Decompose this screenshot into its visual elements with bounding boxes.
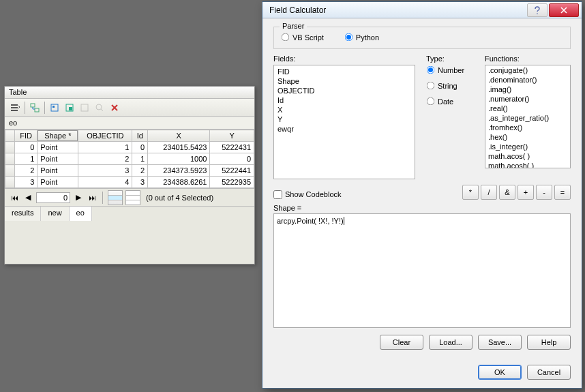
cancel-button[interactable]: Cancel [527,365,571,380]
cell[interactable]: Point [38,153,78,165]
function-item[interactable]: .fromhex() [485,123,570,132]
dialog-close-button[interactable] [549,3,579,17]
function-item[interactable]: .imag() [485,85,570,94]
fields-listbox[interactable]: FIDShapeOBJECTIDIdXYewqr [273,65,415,179]
function-item[interactable]: .denominator() [485,75,570,85]
type-date-radio[interactable]: Date [426,97,474,106]
cell[interactable]: 2 [78,153,132,165]
help-button[interactable]: Help [527,335,571,350]
cell[interactable]: 5222431 [210,142,254,153]
prev-record-button[interactable]: ◀ [22,192,33,203]
function-item[interactable]: .numerator() [485,94,570,104]
cell[interactable]: 4 [78,177,132,188]
table-menu-button[interactable] [8,101,22,115]
delete-selection-button[interactable] [108,101,121,115]
function-item[interactable]: .hex() [485,132,570,142]
zoom-selection-button[interactable] [93,101,106,115]
functions-listbox[interactable]: .conjugate().denominator().imag().numera… [485,65,571,168]
result-tab[interactable]: new [41,207,69,221]
cell[interactable]: 2 [132,165,148,177]
field-item[interactable]: Y [275,115,413,124]
show-codeblock-checkbox[interactable] [273,190,282,199]
field-item[interactable]: OBJECTID [275,86,413,95]
column-header[interactable]: Shape * [38,130,78,142]
clear-button[interactable]: Clear [380,335,423,350]
type-string-radio[interactable]: String [426,81,474,90]
cell[interactable]: 0 [15,142,38,153]
function-item[interactable]: .is_integer() [485,142,570,151]
clear-selection-button[interactable] [78,101,91,115]
table-titlebar[interactable]: Table [5,87,254,99]
cell[interactable]: 234388.6261 [148,177,210,188]
table-row[interactable]: 2Point32234373.59235222441 [5,165,254,177]
parser-vb-radio[interactable]: VB Script [281,33,324,42]
dialog-help-button[interactable] [527,3,548,17]
first-record-button[interactable]: ⏮ [9,192,20,203]
function-item[interactable]: .as_integer_ratio() [485,113,570,123]
cell[interactable]: 0 [210,153,254,165]
column-header[interactable]: FID [15,130,38,142]
field-item[interactable]: Shape [275,76,413,86]
cell[interactable]: 3 [15,177,38,188]
parser-python-radio[interactable]: Python [344,33,379,42]
operator-button[interactable]: = [554,185,571,200]
cell[interactable]: Point [38,165,78,177]
cell[interactable]: 1 [132,153,148,165]
last-record-button[interactable]: ⏭ [87,192,97,203]
dialog-titlebar[interactable]: Field Calculator [262,2,582,18]
function-item[interactable]: .conjugate() [485,65,570,75]
cell[interactable]: 2 [15,165,38,177]
field-item[interactable]: FID [275,67,413,76]
cell[interactable]: 5222935 [210,177,254,188]
show-all-button[interactable] [108,190,123,205]
table-row[interactable]: 3Point43234388.62615222935 [5,177,254,188]
function-item[interactable]: .real() [485,104,570,113]
column-header[interactable]: X [148,130,210,142]
cell[interactable]: Point [38,142,78,153]
cell[interactable]: Point [38,177,78,188]
cell[interactable]: 234373.5923 [148,165,210,177]
show-selected-button[interactable] [125,190,140,205]
cell[interactable]: 1 [78,142,132,153]
load-button[interactable]: Load... [429,335,472,350]
cell[interactable]: 1 [15,153,38,165]
function-item[interactable]: math.acosh( ) [485,161,570,168]
svg-point-10 [96,104,102,110]
related-tables-button[interactable] [28,101,42,115]
cell[interactable]: 1000 [148,153,210,165]
select-by-attributes-button[interactable] [48,101,61,115]
operator-button[interactable]: * [462,185,479,200]
result-tab[interactable]: eo [70,207,92,221]
cell[interactable]: 3 [78,165,132,177]
switch-selection-button[interactable] [63,101,76,115]
layer-name: eo [5,117,254,130]
operator-button[interactable]: - [536,185,552,200]
operator-button[interactable]: & [499,185,515,200]
svg-rect-4 [35,108,39,112]
ok-button[interactable]: OK [478,365,522,380]
expression-textarea[interactable]: arcpy.Point( !X!, !Y!) [273,213,571,328]
record-position-input[interactable]: 0 [36,192,70,203]
cell[interactable]: 234015.5423 [148,142,210,153]
operator-button[interactable]: + [518,185,534,200]
next-record-button[interactable]: ▶ [73,192,84,203]
svg-rect-8 [69,107,72,110]
field-item[interactable]: Id [275,95,413,105]
cell[interactable]: 0 [132,142,148,153]
function-item[interactable]: math.acos( ) [485,151,570,161]
cell[interactable]: 3 [132,177,148,188]
table-window: Table eo FIDShape *OBJECTIDIdXY 0Point10… [4,86,255,265]
cell[interactable]: 5222441 [210,165,254,177]
field-item[interactable]: ewqr [275,124,413,134]
type-number-radio[interactable]: Number [426,65,474,74]
operator-button[interactable]: / [481,185,497,200]
table-grid[interactable]: FIDShape *OBJECTIDIdXY 0Point10234015.54… [5,130,254,188]
table-row[interactable]: 1Point2110000 [5,153,254,165]
save-button[interactable]: Save... [478,335,522,350]
column-header[interactable]: Y [210,130,254,142]
table-row[interactable]: 0Point10234015.54235222431 [5,142,254,153]
column-header[interactable]: OBJECTID [78,130,132,142]
column-header[interactable]: Id [132,130,148,142]
field-item[interactable]: X [275,105,413,115]
result-tab[interactable]: results [5,207,41,221]
